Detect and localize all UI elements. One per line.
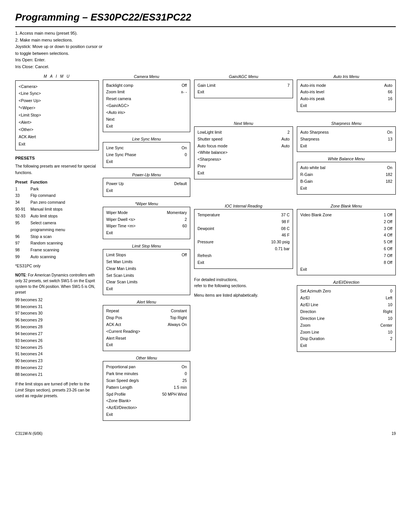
sharpness-col: Sharpness Menu Auto SharpnessOn Sharpnes… (297, 121, 396, 199)
camera-menu-box: Backlight compOff Zoom limitx- - Reset c… (103, 80, 190, 133)
next-menu-col: Next Menu LowLight limit2 Shutter speedA… (194, 121, 293, 199)
main-menu-item: Exit (19, 141, 96, 148)
preset-function: Auto limit stops (30, 213, 68, 220)
main-menu-title: M A I M U (15, 74, 99, 78)
preset-function: Stop a scan (30, 233, 68, 240)
camera-menu-title: Camera Menu (103, 74, 190, 79)
presets-description: The following presets are reserved for s… (15, 163, 99, 176)
main-menu-item: <Power Up> (19, 97, 96, 104)
preset-number: 34 (15, 199, 30, 206)
instruction-joystick2: to toggle between selections. (15, 50, 396, 57)
instructions: 1. Access main menu (preset 95). 2. Make… (15, 30, 396, 70)
white-balance-menu-title: White Balance Menu (297, 157, 396, 161)
instruction-line2: 2. Make main menu selections. (15, 37, 396, 44)
ioc-box: Temperature37 C 98 F Dewpoint08 C 46 F P… (194, 209, 293, 269)
preset-number: 95 (15, 220, 30, 227)
for-detailed: For detailed instructions, (194, 276, 293, 283)
white-balance-menu-box: Auto white balOn R-Gain182 B-Gain182 Exi… (297, 162, 396, 194)
preset-function: Auto scanning (30, 254, 68, 260)
left-column: M A I M U <Camera> <Line Sync> <Power Up… (15, 74, 99, 425)
auto-iris-col: Auto Iris Menu Auto-iris modeAuto Auto-i… (297, 74, 396, 117)
main-menu-item: ACK Alert (19, 133, 96, 141)
preset-number: 98 (15, 247, 30, 254)
main-menu-item: <Camera> (19, 83, 96, 90)
right-column: Gain/AGC Menu Gain Limit7 Exit Auto Iris… (194, 74, 396, 425)
alert-menu-box: RepeatConstant Disp PosTop Right ACK Act… (103, 305, 190, 351)
preset-number: 96 (15, 233, 30, 240)
preset-function: programming menu (30, 227, 68, 233)
gain-agc-col: Gain/AGC Menu Gain Limit7 Exit (194, 74, 293, 117)
line-sync-menu-section: Line Sync Menu Line SyncOn Line Sync Pha… (103, 137, 190, 168)
main-menu-item: <Alert> (19, 119, 96, 126)
preset-number: 97 (15, 240, 30, 247)
sharpness-menu-title: Sharpness Menu (297, 121, 396, 126)
wiper-menu-title: *Wiper Menu (103, 201, 190, 206)
limit-stop-menu-box: Limit StopsOff Set Man Limits Clear Man … (103, 249, 190, 295)
preset-note: NOTE: For American Dynamics controllers … (15, 272, 99, 295)
power-up-menu-box: Power UpDefault Exit (103, 178, 190, 197)
gain-agc-title: Gain/AGC Menu (194, 74, 293, 79)
ioc-title: IOC Internal Reading (194, 204, 293, 208)
preset-number: 90-91 (15, 206, 30, 213)
other-menu-box: Proportional panOn Park time minutes0 Sc… (103, 361, 190, 421)
function-col-header: Function (30, 179, 68, 186)
instruction-joystick: Joystick: Move up or down to position cu… (15, 43, 396, 50)
bottom-notes: For detailed instructions, refer to the … (194, 276, 293, 299)
preset-number: 1 (15, 186, 30, 193)
other-menu-title: Other Menu (103, 356, 190, 360)
auto-iris-box: Auto-iris modeAuto Auto-iris level66 Aut… (297, 80, 396, 112)
zone-blank-title: Zone Blank Menu (297, 204, 396, 208)
line-sync-menu-title: Line Sync Menu (103, 137, 190, 141)
wiper-menu-section: *Wiper Menu Wiper ModeMomentary Wiper Dw… (103, 201, 190, 239)
next-menu-box: LowLight limit2 Shutter speedAuto Auto f… (194, 126, 293, 179)
main-menu-item: *<Wiper> (19, 104, 96, 112)
next-menu-title: Next Menu (194, 121, 293, 126)
zone-blank-box: Video Blank Zone1 Off 2 Off 3 Off 4 Off … (297, 209, 396, 276)
footer-right: 19 (392, 431, 396, 436)
az-el-title: Az/El/Direction (297, 280, 396, 284)
preset-function: Park (30, 186, 68, 193)
limit-note: If the limit stops are turned off (refer… (15, 381, 99, 399)
az-el-box: Set Azimuth Zero0 Az/ElLeft Az/El Line10… (297, 285, 396, 352)
other-menu-section: Other Menu Proportional panOn Park time … (103, 356, 190, 421)
menu-items-note: Menu items are listed alphabetically. (194, 292, 293, 299)
main-menu-box: <Camera> <Line Sync> <Power Up> *<Wiper>… (15, 80, 99, 150)
camera-menu-section: Camera Menu Backlight compOff Zoom limit… (103, 74, 190, 133)
instruction-line1: 1. Access main menu (preset 95). (15, 30, 396, 37)
limit-stop-menu-title: Limit Stop Menu (103, 244, 190, 248)
preset-number: 99 (15, 254, 30, 260)
preset-function: Flip command (30, 192, 68, 199)
instruction-iris-close: Iris Close: Cancel. (15, 64, 396, 70)
preset-function: Manual limit stops (30, 206, 68, 213)
preset-col-header: Preset (15, 179, 30, 186)
preset-function: Frame scanning (30, 247, 68, 254)
zone-az-col: Zone Blank Menu Video Blank Zone1 Off 2 … (297, 204, 396, 356)
auto-iris-title: Auto Iris Menu (297, 74, 396, 79)
footer-left: C311M-N (6/06) (15, 431, 43, 436)
power-up-menu-section: Power-Up Menu Power UpDefault Exit (103, 173, 190, 197)
line-sync-menu-box: Line SyncOn Line Sync Phase0 Exit (103, 142, 190, 168)
preset-table: Preset Function 1Park 33Flip command 34P… (15, 179, 99, 260)
limit-stop-menu-section: Limit Stop Menu Limit StopsOff Set Man L… (103, 244, 190, 295)
preset-number: 92-93 (15, 213, 30, 220)
main-menu-item: <Other> (19, 126, 96, 133)
page-title: Programming – ES30PC22/ES31PC22 (15, 11, 396, 27)
footer: C311M-N (6/06) 19 (15, 431, 396, 436)
es31pc-note: *ES31PC only (15, 263, 99, 269)
alert-menu-section: Alert Menu RepeatConstant Disp PosTop Ri… (103, 300, 190, 351)
main-menu-item: <Limit Stop> (19, 112, 96, 119)
presets-title: PRESETS (15, 155, 99, 162)
power-up-menu-title: Power-Up Menu (103, 173, 190, 177)
sharpness-menu-box: Auto SharpnessOn Sharpness13 Exit (297, 126, 396, 152)
wiper-menu-box: Wiper ModeMomentary Wiper Dwell <s>2 Wip… (103, 207, 190, 239)
presets-section: PRESETS The following presets are reserv… (15, 155, 99, 399)
preset-number: 33 (15, 192, 30, 199)
refer-to: refer to the following sections. (194, 283, 293, 289)
ioc-col: IOC Internal Reading Temperature37 C 98 … (194, 204, 293, 356)
center-column: Camera Menu Backlight compOff Zoom limit… (103, 74, 190, 425)
preset-function: Pan zero command (30, 199, 68, 206)
alert-menu-title: Alert Menu (103, 300, 190, 304)
instruction-iris-open: Iris Open: Enter. (15, 57, 396, 64)
becomes-list: 99 becomes 32 98 becomes 31 97 becomes 3… (15, 297, 99, 378)
main-menu-item: <Line Sync> (19, 90, 96, 97)
